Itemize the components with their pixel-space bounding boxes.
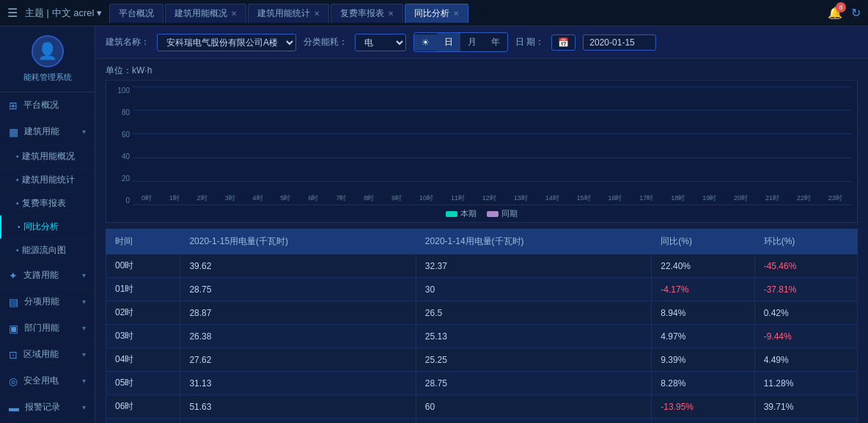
sidebar-item-report[interactable]: ▬报警记录▾ <box>0 394 95 421</box>
time-btn-year[interactable]: 年 <box>484 33 507 51</box>
top-tab[interactable]: 平台概况 <box>109 4 163 23</box>
table-cell: 30 <box>416 278 651 301</box>
sidebar-icon-sub-meter: ▤ <box>9 296 18 308</box>
table-body: 00时39.6232.3722.40%-45.46%01时28.7530-4.1… <box>106 254 858 424</box>
table-row: 04时27.6225.259.39%4.49% <box>106 348 858 372</box>
x-label: 17时 <box>639 194 653 203</box>
tab-close-icon[interactable]: ✕ <box>453 10 459 18</box>
top-tab[interactable]: 同比分析✕ <box>405 4 468 23</box>
sidebar-item-area[interactable]: ⊡区域用能▾ <box>0 342 95 368</box>
sidebar-item-platform[interactable]: ⊞平台概况 <box>0 92 95 119</box>
notification-bell[interactable]: 🔔 8 <box>828 6 842 20</box>
table-cell: -13.95% <box>652 395 754 419</box>
sidebar-sub-item[interactable]: 建筑用能概况 <box>0 145 95 169</box>
legend-current: 本期 <box>446 208 477 219</box>
table-cell: 26.38 <box>180 325 416 348</box>
category-select[interactable]: 电 <box>355 34 406 51</box>
x-label: 4时 <box>253 194 263 203</box>
sidebar-arrow-report: ▾ <box>82 403 86 411</box>
sidebar-arrow-dept: ▾ <box>82 324 86 332</box>
top-tab[interactable]: 复费率报表✕ <box>331 4 403 23</box>
table-cell: -9.44% <box>754 325 857 348</box>
table-cell: 05时 <box>106 372 180 395</box>
brand-text: 主题 | 中文 acrel ▾ <box>25 7 102 20</box>
table-cell: 06时 <box>106 395 180 419</box>
time-btn-month[interactable]: 月 <box>460 33 484 51</box>
calendar-button[interactable]: 📅 <box>551 34 575 51</box>
chart-section: 单位：kW·h 100806040200 0时1时2时3时4时5时6时7时8时9… <box>95 59 868 229</box>
refresh-icon[interactable]: ↻ <box>851 6 861 20</box>
sidebar-item-dept[interactable]: ▣部门用能▾ <box>0 315 95 342</box>
sidebar-item-safety[interactable]: ◎安全用电▾ <box>0 368 95 394</box>
table-cell: 32.37 <box>416 254 651 278</box>
content-area: 建筑名称： 安科瑞电气股份有限公司A楼 分类能耗： 电 ☀ 日 月 年 日 期：… <box>95 26 868 423</box>
chart-container: 100806040200 0时1时2时3时4时5时6时7时8时9时10时11时1… <box>106 80 858 223</box>
sidebar-label-building-energy: 建筑用能 <box>24 125 59 138</box>
top-tab[interactable]: 建筑用能概况✕ <box>165 4 246 23</box>
y-label: 80 <box>109 108 130 117</box>
sidebar-sub-item[interactable]: 同比分析 <box>0 216 95 239</box>
x-label: 18时 <box>671 194 685 203</box>
time-btn-clock[interactable]: ☀ <box>414 34 437 51</box>
x-axis-labels: 0时1时2时3时4时5时6时7时8时9时10时11时12时13时14时15时16… <box>133 194 851 203</box>
sidebar-label-area: 区域用能 <box>23 348 59 361</box>
legend-previous-color <box>487 211 499 217</box>
date-input[interactable] <box>583 34 656 51</box>
table-cell: 01时 <box>106 278 180 301</box>
toolbar: 建筑名称： 安科瑞电气股份有限公司A楼 分类能耗： 电 ☀ 日 月 年 日 期：… <box>95 26 868 59</box>
sidebar-icon-report: ▬ <box>9 402 19 413</box>
table-cell: 07时 <box>106 419 180 424</box>
chart-legend: 本期 同期 <box>446 208 518 219</box>
table-row: 02时28.8726.58.94%0.42% <box>106 301 858 325</box>
table-cell: -7.56% <box>754 419 857 424</box>
category-label: 分类能耗： <box>304 36 347 48</box>
table-cell: 39.71% <box>754 395 857 419</box>
x-label: 1时 <box>169 194 180 203</box>
sidebar-sub-item[interactable]: 建筑用能统计 <box>0 169 95 192</box>
x-label: 23时 <box>828 194 842 203</box>
x-label: 7时 <box>336 194 346 203</box>
sidebar-label-platform: 平台概况 <box>23 99 59 111</box>
table-header-cell: 2020-1-14用电量(千瓦时) <box>416 229 651 254</box>
x-label: 8时 <box>364 194 374 203</box>
table-header-cell: 2020-1-15用电量(千瓦时) <box>180 229 416 254</box>
table-cell: 28.87 <box>180 301 416 325</box>
top-tab[interactable]: 建筑用能统计✕ <box>248 4 329 23</box>
table-header-cell: 环比(%) <box>754 229 857 254</box>
sidebar-item-branch[interactable]: ✦支路用能▾ <box>0 262 95 289</box>
sidebar-items: ⊞平台概况▦建筑用能▾建筑用能概况建筑用能统计复费率报表同比分析能源流向图✦支路… <box>0 92 95 423</box>
table-cell: 51.63 <box>180 395 416 419</box>
system-name: 能耗管理系统 <box>23 72 72 83</box>
y-label: 0 <box>109 196 130 205</box>
x-label: 3时 <box>225 194 235 203</box>
sidebar-label-branch: 支路用能 <box>23 269 59 282</box>
top-bar-right: 🔔 8 ↻ <box>828 6 861 20</box>
sidebar-item-building-energy[interactable]: ▦建筑用能▾ <box>0 119 95 145</box>
tab-close-icon[interactable]: ✕ <box>314 10 320 18</box>
data-table: 时间2020-1-15用电量(千瓦时)2020-1-14用电量(千瓦时)同比(%… <box>106 229 858 423</box>
chart-unit: 单位：kW·h <box>106 65 858 77</box>
sidebar-item-sub-meter[interactable]: ▤分项用能▾ <box>0 289 95 315</box>
sidebar-arrow-building-energy: ▾ <box>82 128 86 136</box>
building-select[interactable]: 安科瑞电气股份有限公司A楼 <box>157 34 296 51</box>
sidebar-sub-item[interactable]: 复费率报表 <box>0 192 95 216</box>
building-label: 建筑名称： <box>106 36 150 48</box>
table-cell: -37.81% <box>754 278 857 301</box>
table-cell: 48 <box>180 419 416 424</box>
table-cell: -4.17% <box>652 278 754 301</box>
top-bar: ☰ 主题 | 中文 acrel ▾ 平台概况建筑用能概况✕建筑用能统计✕复费率报… <box>0 0 868 26</box>
time-btn-day[interactable]: 日 <box>437 33 460 51</box>
legend-current-color <box>446 211 457 217</box>
y-label: 40 <box>109 152 130 161</box>
sidebar-arrow-branch: ▾ <box>82 271 86 279</box>
sidebar-sub-item[interactable]: 能源流向图 <box>0 239 95 262</box>
table-cell: 5.19% <box>652 419 754 424</box>
table-row: 01时28.7530-4.17%-37.81% <box>106 278 858 301</box>
x-label: 0时 <box>141 194 152 203</box>
table-cell: 02时 <box>106 301 180 325</box>
tab-close-icon[interactable]: ✕ <box>388 10 394 18</box>
hamburger-menu[interactable]: ☰ <box>7 6 18 20</box>
tab-close-icon[interactable]: ✕ <box>231 10 237 18</box>
table-cell: 9.39% <box>652 348 754 372</box>
top-tabs: 平台概况建筑用能概况✕建筑用能统计✕复费率报表✕同比分析✕ <box>109 4 828 23</box>
